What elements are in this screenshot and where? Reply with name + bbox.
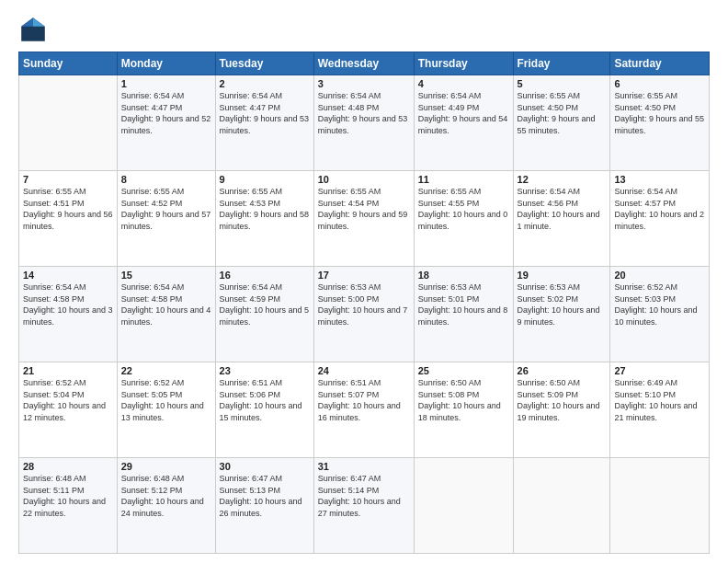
day-number: 14	[23, 270, 113, 281]
day-info: Sunrise: 6:54 AM Sunset: 4:57 PM Dayligh…	[614, 186, 705, 232]
day-info: Sunrise: 6:54 AM Sunset: 4:58 PM Dayligh…	[121, 282, 211, 327]
day-number: 20	[614, 270, 705, 281]
day-cell: 5 Sunrise: 6:55 AM Sunset: 4:50 PM Dayli…	[513, 75, 610, 171]
weekday-thursday: Thursday	[414, 52, 513, 75]
day-cell: 22 Sunrise: 6:52 AM Sunset: 5:05 PM Dayl…	[117, 362, 215, 458]
day-cell: 20 Sunrise: 6:52 AM Sunset: 5:03 PM Dayl…	[610, 267, 710, 362]
sunrise: Sunrise: 6:50 AM	[518, 377, 607, 389]
day-number: 24	[318, 365, 410, 376]
day-cell: 2 Sunrise: 6:54 AM Sunset: 4:47 PM Dayli…	[215, 75, 313, 171]
sunrise: Sunrise: 6:47 AM	[220, 473, 310, 485]
sunset: Sunset: 4:54 PM	[318, 198, 410, 210]
day-number: 2	[220, 78, 310, 89]
weekday-wednesday: Wednesday	[313, 52, 414, 75]
daylight: Daylight: 10 hours and 15 minutes.	[220, 400, 310, 423]
sunrise: Sunrise: 6:55 AM	[220, 186, 310, 198]
day-cell: 13 Sunrise: 6:54 AM Sunset: 4:57 PM Dayl…	[610, 171, 710, 267]
day-number: 28	[23, 461, 113, 472]
day-info: Sunrise: 6:51 AM Sunset: 5:06 PM Dayligh…	[220, 377, 310, 423]
day-cell: 21 Sunrise: 6:52 AM Sunset: 5:04 PM Dayl…	[19, 362, 118, 458]
day-number: 23	[220, 365, 310, 376]
day-number: 15	[121, 270, 211, 281]
logo	[18, 15, 51, 44]
day-cell: 10 Sunrise: 6:55 AM Sunset: 4:54 PM Dayl…	[313, 171, 414, 267]
sunset: Sunset: 5:13 PM	[220, 485, 310, 497]
svg-marker-2	[21, 17, 33, 27]
day-number: 22	[121, 365, 211, 376]
weekday-header-row: SundayMondayTuesdayWednesdayThursdayFrid…	[19, 52, 710, 75]
sunrise: Sunrise: 6:49 AM	[614, 377, 705, 389]
day-number: 30	[220, 461, 310, 472]
daylight: Daylight: 10 hours and 12 minutes.	[23, 400, 113, 423]
sunset: Sunset: 4:57 PM	[614, 198, 705, 210]
day-info: Sunrise: 6:52 AM Sunset: 5:05 PM Dayligh…	[121, 377, 211, 423]
daylight: Daylight: 10 hours and 24 minutes.	[121, 496, 211, 519]
sunrise: Sunrise: 6:52 AM	[121, 377, 211, 389]
sunset: Sunset: 5:03 PM	[614, 293, 705, 305]
daylight: Daylight: 10 hours and 19 minutes.	[518, 400, 607, 423]
sunset: Sunset: 5:07 PM	[318, 389, 410, 401]
sunrise: Sunrise: 6:54 AM	[220, 282, 310, 293]
weekday-tuesday: Tuesday	[215, 52, 313, 75]
day-info: Sunrise: 6:54 AM Sunset: 4:47 PM Dayligh…	[121, 90, 211, 136]
sunrise: Sunrise: 6:51 AM	[318, 377, 410, 389]
sunrise: Sunrise: 6:51 AM	[220, 377, 310, 389]
week-row-5: 28 Sunrise: 6:48 AM Sunset: 5:11 PM Dayl…	[19, 458, 710, 554]
sunset: Sunset: 5:12 PM	[121, 485, 211, 497]
day-cell: 11 Sunrise: 6:55 AM Sunset: 4:55 PM Dayl…	[414, 171, 513, 267]
daylight: Daylight: 10 hours and 27 minutes.	[318, 496, 410, 519]
day-number: 11	[418, 174, 509, 185]
sunset: Sunset: 5:02 PM	[518, 293, 607, 305]
daylight: Daylight: 10 hours and 21 minutes.	[614, 400, 705, 423]
day-info: Sunrise: 6:49 AM Sunset: 5:10 PM Dayligh…	[614, 377, 705, 423]
sunrise: Sunrise: 6:55 AM	[318, 186, 410, 198]
day-cell: 28 Sunrise: 6:48 AM Sunset: 5:11 PM Dayl…	[19, 458, 118, 554]
sunset: Sunset: 5:01 PM	[418, 293, 509, 305]
day-cell: 25 Sunrise: 6:50 AM Sunset: 5:08 PM Dayl…	[414, 362, 513, 458]
daylight: Daylight: 9 hours and 59 minutes.	[318, 209, 410, 232]
day-cell: 31 Sunrise: 6:47 AM Sunset: 5:14 PM Dayl…	[313, 458, 414, 554]
weekday-sunday: Sunday	[19, 52, 118, 75]
sunset: Sunset: 5:10 PM	[614, 389, 705, 401]
daylight: Daylight: 10 hours and 4 minutes.	[121, 304, 211, 327]
day-info: Sunrise: 6:55 AM Sunset: 4:52 PM Dayligh…	[121, 186, 211, 232]
day-number: 21	[23, 365, 113, 376]
sunset: Sunset: 5:09 PM	[518, 389, 607, 401]
day-info: Sunrise: 6:47 AM Sunset: 5:13 PM Dayligh…	[220, 473, 310, 519]
sunset: Sunset: 4:50 PM	[614, 102, 705, 114]
day-cell: 3 Sunrise: 6:54 AM Sunset: 4:48 PM Dayli…	[313, 75, 414, 171]
daylight: Daylight: 10 hours and 22 minutes.	[23, 496, 113, 519]
sunset: Sunset: 4:53 PM	[220, 198, 310, 210]
weekday-friday: Friday	[513, 52, 610, 75]
day-number: 4	[418, 78, 509, 89]
day-number: 7	[23, 174, 113, 185]
daylight: Daylight: 10 hours and 2 minutes.	[614, 209, 705, 232]
svg-marker-1	[33, 17, 45, 27]
day-cell	[610, 458, 710, 554]
sunset: Sunset: 4:49 PM	[418, 102, 509, 114]
day-number: 16	[220, 270, 310, 281]
day-number: 1	[121, 78, 211, 89]
daylight: Daylight: 9 hours and 54 minutes.	[418, 113, 509, 136]
daylight: Daylight: 9 hours and 55 minutes.	[518, 113, 607, 136]
sunrise: Sunrise: 6:54 AM	[614, 186, 705, 198]
sunrise: Sunrise: 6:55 AM	[418, 186, 509, 198]
sunrise: Sunrise: 6:55 AM	[23, 186, 113, 198]
daylight: Daylight: 10 hours and 26 minutes.	[220, 496, 310, 519]
day-cell: 9 Sunrise: 6:55 AM Sunset: 4:53 PM Dayli…	[215, 171, 313, 267]
day-info: Sunrise: 6:48 AM Sunset: 5:12 PM Dayligh…	[121, 473, 211, 519]
sunrise: Sunrise: 6:52 AM	[614, 282, 705, 293]
day-info: Sunrise: 6:53 AM Sunset: 5:01 PM Dayligh…	[418, 282, 509, 327]
sunrise: Sunrise: 6:48 AM	[23, 473, 113, 485]
day-number: 13	[614, 174, 705, 185]
page: SundayMondayTuesdayWednesdayThursdayFrid…	[0, 0, 728, 563]
daylight: Daylight: 9 hours and 57 minutes.	[121, 209, 211, 232]
logo-icon	[18, 15, 48, 44]
sunset: Sunset: 4:52 PM	[121, 198, 211, 210]
day-cell	[414, 458, 513, 554]
day-info: Sunrise: 6:53 AM Sunset: 5:02 PM Dayligh…	[518, 282, 607, 327]
day-cell: 8 Sunrise: 6:55 AM Sunset: 4:52 PM Dayli…	[117, 171, 215, 267]
day-cell: 4 Sunrise: 6:54 AM Sunset: 4:49 PM Dayli…	[414, 75, 513, 171]
day-info: Sunrise: 6:52 AM Sunset: 5:04 PM Dayligh…	[23, 377, 113, 423]
sunrise: Sunrise: 6:54 AM	[518, 186, 607, 198]
